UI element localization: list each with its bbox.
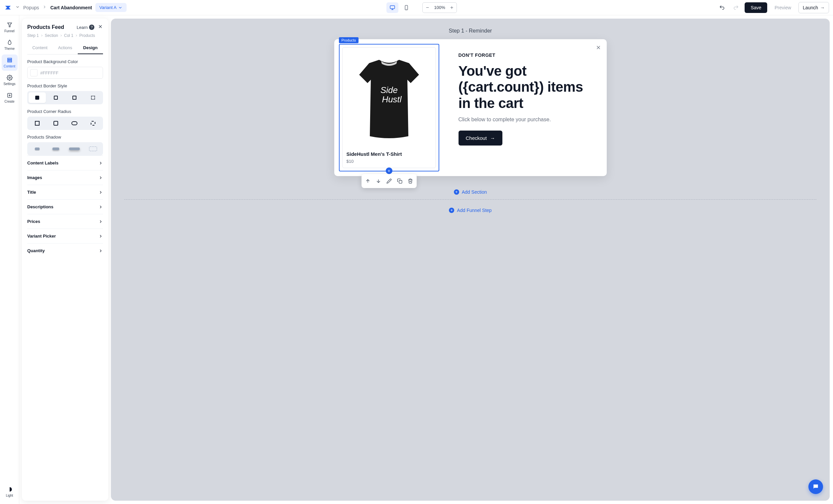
duplicate-button[interactable] (395, 176, 405, 186)
rail-theme[interactable]: Theme (2, 37, 18, 53)
zoom-value: 100% (432, 5, 447, 10)
rail-content-label: Content (4, 65, 15, 68)
panel-crumb-3[interactable]: Products (79, 33, 95, 38)
svg-text:Side: Side (380, 85, 397, 95)
accordion-variant-picker[interactable]: Variant Picker (27, 229, 103, 243)
plus-circle-icon: + (454, 189, 459, 195)
product-card[interactable]: Side Hustl SideHustl Men's T-Shirt $10 (342, 47, 436, 168)
tab-content[interactable]: Content (27, 42, 52, 54)
svg-rect-0 (390, 6, 395, 9)
products-block[interactable]: Side Hustl SideHustl Men's T-Shirt $10 + (339, 44, 439, 171)
move-down-button[interactable] (374, 176, 383, 186)
accordion-label: Title (27, 190, 36, 195)
rail-light-label: Light (6, 494, 13, 497)
rail-create-label: Create (4, 100, 14, 103)
preview-button[interactable]: Preview (770, 2, 795, 13)
product-price: $10 (347, 159, 432, 164)
accordion-images[interactable]: Images (27, 170, 103, 185)
corner-radius-label: Product Corner Radius (27, 109, 103, 114)
chevron-down-icon[interactable] (15, 5, 20, 10)
corner-radius-group (27, 117, 103, 130)
delete-button[interactable] (405, 176, 415, 186)
learn-label: Learn (77, 25, 88, 30)
help-icon: ? (89, 25, 94, 30)
shadow-none-option[interactable] (85, 144, 102, 154)
learn-link[interactable]: Learn ? (77, 25, 94, 30)
app-logo[interactable] (4, 4, 12, 11)
border-outline-option[interactable] (47, 92, 65, 103)
border-dashed-option[interactable] (66, 92, 83, 103)
zoom-out-button[interactable]: − (423, 3, 432, 13)
border-style-label: Product Border Style (27, 83, 103, 88)
rail-settings[interactable]: Settings (2, 72, 18, 88)
arrow-right-icon: → (490, 135, 495, 141)
border-solid-option[interactable] (29, 92, 46, 103)
tab-actions[interactable]: Actions (52, 42, 78, 54)
panel-crumb-0[interactable]: Step 1 (27, 33, 39, 38)
tab-design[interactable]: Design (78, 42, 103, 54)
accordion-descriptions[interactable]: Descriptions (27, 199, 103, 214)
svg-marker-5 (8, 23, 11, 27)
arrow-right-icon: → (820, 5, 825, 10)
product-image: Side Hustl (347, 51, 432, 148)
panel-crumb-2[interactable]: Col 1 (64, 33, 73, 38)
rail-theme-label: Theme (4, 47, 15, 50)
add-section-link[interactable]: + Add Section (111, 189, 830, 195)
checkout-button[interactable]: Checkout → (458, 130, 502, 145)
border-dotted-option[interactable] (85, 92, 102, 103)
redo-button[interactable] (731, 2, 741, 13)
bg-color-swatch[interactable] (30, 69, 38, 76)
accordion-prices[interactable]: Prices (27, 214, 103, 229)
shadow-medium-option[interactable] (47, 144, 65, 154)
popup-close-icon[interactable] (595, 45, 601, 52)
launch-button[interactable]: Launch → (799, 2, 829, 13)
bg-color-input[interactable]: #FFFFFF (27, 67, 103, 79)
radius-small-option[interactable] (47, 118, 65, 128)
close-icon[interactable] (98, 24, 103, 30)
accordion-label: Images (27, 175, 42, 180)
undo-button[interactable] (717, 2, 727, 13)
device-mobile-button[interactable] (400, 2, 412, 13)
product-name: SideHustl Men's T-Shirt (347, 151, 432, 157)
svg-rect-7 (8, 60, 11, 61)
svg-point-9 (9, 77, 10, 79)
radius-none-option[interactable] (29, 118, 46, 128)
accordion-label: Quantity (27, 248, 45, 253)
device-desktop-button[interactable] (386, 2, 398, 13)
popup-preview: Products Side Hustl SideHustl Men's T-Sh… (334, 39, 607, 176)
add-funnel-step-link[interactable]: + Add Funnel Step (111, 208, 830, 213)
selection-tag: Products (339, 37, 358, 43)
shadow-large-option[interactable] (66, 144, 83, 154)
edit-button[interactable] (384, 176, 394, 186)
breadcrumb-popups[interactable]: Popups (23, 5, 39, 10)
rail-funnel[interactable]: Funnel (2, 19, 18, 35)
accordion-quantity[interactable]: Quantity (27, 243, 103, 258)
save-button[interactable]: Save (745, 2, 767, 13)
add-step-label: Add Funnel Step (457, 208, 492, 213)
rail-light-toggle[interactable]: Light (2, 484, 18, 500)
add-block-handle[interactable]: + (386, 167, 392, 174)
plus-circle-icon: + (449, 208, 454, 213)
move-up-button[interactable] (363, 176, 373, 186)
svg-rect-8 (8, 61, 11, 62)
bg-color-value: #FFFFFF (40, 70, 58, 75)
cta-label: Checkout (466, 135, 487, 141)
rail-funnel-label: Funnel (4, 29, 15, 33)
variant-selector[interactable]: Variant A (95, 3, 126, 12)
accordion-content-labels[interactable]: Content Labels (27, 155, 103, 170)
svg-text:Hustl: Hustl (382, 94, 402, 104)
add-section-label: Add Section (462, 189, 487, 195)
accordion-title[interactable]: Title (27, 185, 103, 199)
rail-create[interactable]: Create (2, 90, 18, 106)
popup-subcopy: Click below to complete your purchase. (458, 117, 592, 123)
shadow-group (27, 142, 103, 155)
variant-label: Variant A (99, 5, 117, 10)
rail-content[interactable]: Content (2, 54, 18, 71)
radius-custom-option[interactable] (85, 118, 102, 128)
svg-rect-6 (8, 58, 11, 59)
shadow-small-option[interactable] (29, 144, 46, 154)
chat-fab[interactable] (808, 479, 823, 494)
radius-pill-option[interactable] (66, 118, 83, 128)
zoom-in-button[interactable]: + (447, 3, 456, 13)
panel-crumb-1[interactable]: Section (45, 33, 58, 38)
